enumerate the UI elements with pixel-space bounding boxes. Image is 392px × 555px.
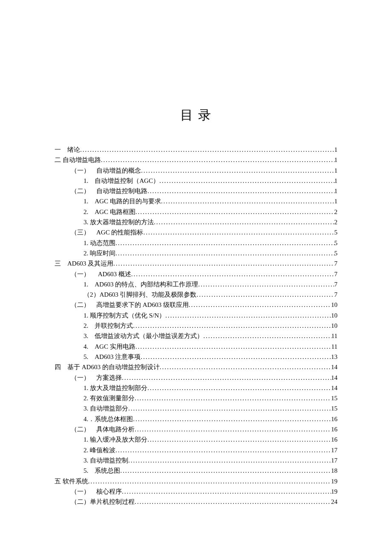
toc-entry-page: 1 (334, 165, 338, 176)
toc-entry-label: 三 AD603 及其运用 (55, 258, 113, 269)
toc-entry-page: 24 (331, 497, 337, 507)
toc-entry-page: 16 (331, 414, 337, 424)
toc-entry-page: 14 (331, 362, 337, 372)
toc-entry-label: 3. 低增益波动方式（最小增益误差方式） (84, 331, 203, 341)
toc-leader-dots (135, 341, 331, 352)
toc-entry-page: 1 (334, 145, 338, 155)
toc-entry: （二）单片机控制过程24 (55, 497, 337, 507)
toc-entry-label: 2. AGC 电路框图 (84, 207, 135, 217)
toc-leader-dots (196, 289, 334, 300)
toc-entry-label: 2. 响应时间 (84, 248, 115, 258)
toc-leader-dots (160, 362, 331, 372)
table-of-contents: 一 绪论1二 自动增益电路1（一） 自动增益的概念11. 自动增益控制（AGC）… (55, 145, 337, 507)
toc-entry-page: 10 (331, 300, 337, 310)
toc-entry-label: 5. 系统总图 (84, 465, 120, 476)
toc-leader-dots (133, 414, 331, 424)
toc-entry: 五 软件系统19 (55, 476, 337, 486)
toc-entry-page: 10 (331, 310, 337, 321)
toc-entry-label: 1. 放大及增益控制部分 (84, 383, 147, 393)
toc-entry-label: 4.．系统总体框图 (84, 414, 133, 424)
toc-entry: 3. 放大器增益控制的方法2 (55, 217, 337, 227)
toc-entry: 1. 顺序控制方式（优化 S/N）10 (55, 310, 337, 321)
toc-entry: 1. 自动增益控制（AGC）1 (55, 176, 337, 186)
toc-entry: 1. 动态范围5 (55, 238, 337, 248)
toc-entry-page: 1 (334, 155, 338, 165)
toc-entry-page: 1 (334, 176, 338, 186)
toc-entry-label: （二）单片机控制过程 (71, 497, 135, 507)
toc-entry-page: 19 (331, 486, 337, 497)
toc-leader-dots (80, 145, 334, 155)
toc-leader-dots (165, 310, 331, 321)
toc-entry-label: 1. AD603 的特点、内部结构和工作原理 (84, 279, 198, 289)
toc-entry: （一） 核心程序19 (55, 486, 337, 497)
toc-entry: 4.．系统总体框图16 (55, 414, 337, 424)
toc-entry-label: （一） 核心程序 (71, 486, 122, 497)
toc-entry: 3. 低增益波动方式（最小增益误差方式）11 (55, 331, 337, 341)
toc-entry-page: 17 (331, 455, 337, 465)
toc-entry: 1. 放大及增益控制部分14 (55, 383, 337, 393)
toc-entry-label: 五 软件系统 (55, 476, 88, 486)
toc-entry: 3. 自动增益部分15 (55, 403, 337, 413)
toc-entry-label: （2）AD603 引脚排列、功能及极限参数 (84, 289, 196, 300)
toc-leader-dots (147, 434, 331, 445)
toc-entry-label: （一） 方案选择 (71, 373, 122, 383)
toc-entry-page: 5 (334, 238, 338, 248)
toc-entry: （二） 高增益要求下的 AD603 级联应用10 (55, 300, 337, 310)
toc-leader-dots (128, 403, 331, 413)
document-page: 目 录 一 绪论1二 自动增益电路1（一） 自动增益的概念11. 自动增益控制（… (0, 0, 392, 507)
toc-entry: 2. AGC 电路框图2 (55, 207, 337, 217)
toc-entry-label: 1. 输入缓冲及放大部分 (84, 434, 147, 445)
toc-entry-label: 3. 放大器增益控制的方法 (84, 217, 154, 227)
toc-leader-dots (115, 238, 334, 248)
toc-entry-page: 16 (331, 434, 337, 445)
toc-leader-dots (141, 352, 331, 362)
toc-leader-dots (131, 269, 334, 279)
toc-leader-dots (135, 424, 331, 434)
toc-entry-page: 16 (331, 424, 337, 434)
toc-entry-label: 2. 峰值检波 (84, 445, 115, 455)
toc-title: 目 录 (55, 107, 337, 124)
toc-leader-dots (159, 176, 334, 186)
toc-leader-dots (147, 186, 334, 196)
toc-entry: 四 基于 AD603 的自动增益控制设计14 (55, 362, 337, 372)
toc-leader-dots (135, 207, 334, 217)
toc-entry-page: 17 (331, 445, 337, 455)
toc-leader-dots (203, 331, 331, 341)
toc-leader-dots (135, 497, 331, 507)
toc-entry-page: 19 (331, 476, 337, 486)
toc-entry: 一 绪论1 (55, 145, 337, 155)
toc-leader-dots (88, 476, 331, 486)
toc-entry-page: 18 (331, 465, 337, 476)
toc-entry-label: 2. 有效值测量部分 (84, 393, 135, 403)
toc-leader-dots (141, 165, 334, 176)
toc-entry: （一） 自动增益的概念1 (55, 165, 337, 176)
toc-entry-label: 3. 自动增益控制 (84, 455, 128, 465)
toc-leader-dots (143, 227, 334, 237)
toc-leader-dots (101, 155, 334, 165)
toc-leader-dots (161, 196, 334, 206)
toc-leader-dots (115, 248, 334, 258)
toc-entry-label: （一） 自动增益的概念 (71, 165, 141, 176)
toc-entry: 1. 输入缓冲及放大部分16 (55, 434, 337, 445)
toc-entry-page: 5 (334, 227, 338, 237)
toc-entry: 5. AD603 注意事项13 (55, 352, 337, 362)
toc-entry: 5. 系统总图18 (55, 465, 337, 476)
toc-entry: 2. 响应时间5 (55, 248, 337, 258)
toc-entry: 二 自动增益电路1 (55, 155, 337, 165)
toc-entry-label: 二 自动增益电路 (55, 155, 101, 165)
toc-entry-page: 15 (331, 403, 337, 413)
toc-leader-dots (115, 445, 331, 455)
toc-entry-label: 5. AD603 注意事项 (84, 352, 141, 362)
toc-leader-dots (122, 373, 331, 383)
toc-entry-label: 2. 并联控制方式 (84, 321, 133, 331)
toc-leader-dots (113, 258, 334, 269)
toc-entry-label: 1. 自动增益控制（AGC） (84, 176, 159, 186)
toc-entry-page: 7 (334, 279, 338, 289)
toc-entry-label: 一 绪论 (55, 145, 80, 155)
toc-entry-label: 4. AGC 实用电路 (84, 341, 135, 352)
toc-leader-dots (122, 486, 331, 497)
toc-leader-dots (154, 217, 334, 227)
toc-entry-label: （二） 高增益要求下的 AD603 级联应用 (71, 300, 189, 310)
toc-entry-page: 1 (334, 196, 338, 206)
toc-entry-page: 7 (334, 269, 338, 279)
